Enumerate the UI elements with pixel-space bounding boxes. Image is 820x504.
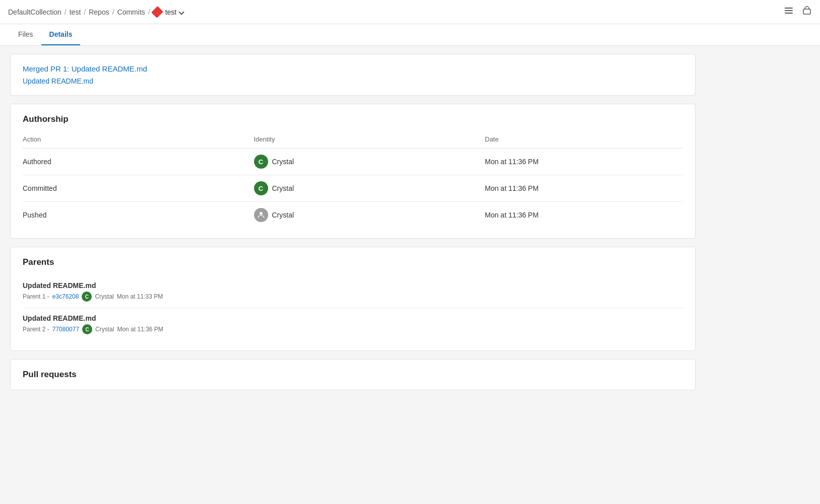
- breadcrumb-repos[interactable]: Repos: [89, 8, 109, 16]
- pull-requests-title: Pull requests: [23, 370, 683, 380]
- avatar-1: C: [254, 181, 268, 195]
- auth-action-2: Pushed: [23, 202, 254, 229]
- auth-date-0: Mon at 11:36 PM: [485, 149, 683, 175]
- authorship-title: Authorship: [23, 114, 683, 124]
- breadcrumb-current-repo[interactable]: test: [153, 7, 184, 17]
- auth-row-2: PushedCrystalMon at 11:36 PM: [23, 202, 683, 229]
- breadcrumb: DefaultCollection / test / Repos / Commi…: [8, 7, 183, 17]
- parent-commit-title-0: Updated README.md: [23, 281, 683, 290]
- identity-cell-1: CCrystal: [254, 181, 485, 195]
- parent-label-1: Parent 2 -: [23, 326, 49, 333]
- parent-entry-1: Updated README.mdParent 2 -77080077CCrys…: [23, 308, 683, 340]
- commit-subtitle[interactable]: Updated README.md: [23, 77, 683, 85]
- auth-row-0: AuthoredCCrystalMon at 11:36 PM: [23, 149, 683, 175]
- parent-commit-title-1: Updated README.md: [23, 314, 683, 322]
- identity-name-2: Crystal: [272, 211, 294, 219]
- breadcrumb-test[interactable]: test: [70, 8, 81, 16]
- parent-hash-0[interactable]: e3c76208: [52, 293, 79, 300]
- identity-name-1: Crystal: [272, 184, 294, 192]
- tab-files[interactable]: Files: [10, 24, 41, 45]
- bag-icon[interactable]: [802, 6, 812, 18]
- breadcrumb-repo-name: test: [165, 8, 177, 16]
- auth-action-0: Authored: [23, 149, 254, 175]
- auth-identity-0: CCrystal: [254, 149, 485, 175]
- svg-point-5: [260, 212, 263, 215]
- authorship-table: Action Identity Date AuthoredCCrystalMon…: [23, 132, 683, 228]
- parent-date-1: Mon at 11:36 PM: [117, 326, 163, 333]
- topbar: DefaultCollection / test / Repos / Commi…: [0, 0, 820, 24]
- parent-date-0: Mon at 11:33 PM: [117, 293, 163, 300]
- parent-author-1: Crystal: [95, 326, 114, 333]
- svg-rect-1: [785, 10, 793, 11]
- repo-diamond-icon: [153, 7, 163, 17]
- identity-cell-0: CCrystal: [254, 155, 485, 169]
- col-header-date: Date: [485, 132, 683, 149]
- auth-date-1: Mon at 11:36 PM: [485, 175, 683, 202]
- breadcrumb-defaultcollection[interactable]: DefaultCollection: [8, 8, 61, 16]
- list-icon[interactable]: [784, 6, 794, 18]
- chevron-down-icon: [179, 9, 184, 15]
- breadcrumb-sep-1: /: [65, 8, 67, 16]
- identity-name-0: Crystal: [272, 158, 294, 166]
- parent-avatar-1: C: [82, 324, 92, 334]
- authorship-card: Authorship Action Identity Date Authored…: [10, 104, 696, 239]
- avatar-2: [254, 208, 268, 222]
- pull-requests-card: Pull requests: [10, 359, 696, 390]
- commit-title[interactable]: Merged PR 1: Updated README.md: [23, 64, 683, 73]
- parent-meta-1: Parent 2 -77080077CCrystalMon at 11:36 P…: [23, 324, 683, 334]
- tabs-bar: Files Details: [0, 24, 820, 46]
- avatar-0: C: [254, 155, 268, 169]
- breadcrumb-sep-4: /: [148, 8, 150, 16]
- breadcrumb-commits[interactable]: Commits: [117, 8, 145, 16]
- auth-identity-1: CCrystal: [254, 175, 485, 202]
- col-header-identity: Identity: [254, 132, 485, 149]
- parent-avatar-0: C: [82, 292, 92, 302]
- main-content: Merged PR 1: Updated README.md Updated R…: [0, 46, 706, 406]
- parents-list: Updated README.mdParent 1 -e3c76208CCrys…: [23, 275, 683, 340]
- auth-identity-2: Crystal: [254, 202, 485, 229]
- tab-details[interactable]: Details: [41, 24, 81, 45]
- svg-rect-2: [785, 13, 793, 14]
- topbar-icons: [784, 6, 812, 18]
- auth-row-1: CommittedCCrystalMon at 11:36 PM: [23, 175, 683, 202]
- auth-date-2: Mon at 11:36 PM: [485, 202, 683, 229]
- auth-action-1: Committed: [23, 175, 254, 202]
- parents-title: Parents: [23, 257, 683, 267]
- breadcrumb-sep-3: /: [112, 8, 114, 16]
- parent-meta-0: Parent 1 -e3c76208CCrystalMon at 11:33 P…: [23, 292, 683, 302]
- col-header-action: Action: [23, 132, 254, 149]
- identity-cell-2: Crystal: [254, 208, 485, 222]
- commit-message-card: Merged PR 1: Updated README.md Updated R…: [10, 54, 696, 96]
- parent-hash-1[interactable]: 77080077: [52, 326, 79, 333]
- parent-entry-0: Updated README.mdParent 1 -e3c76208CCrys…: [23, 275, 683, 308]
- svg-rect-3: [785, 8, 786, 9]
- parent-author-0: Crystal: [95, 293, 113, 300]
- breadcrumb-sep-2: /: [84, 8, 86, 16]
- parents-card: Parents Updated README.mdParent 1 -e3c76…: [10, 247, 696, 351]
- svg-rect-4: [803, 9, 810, 14]
- parent-label-0: Parent 1 -: [23, 293, 49, 300]
